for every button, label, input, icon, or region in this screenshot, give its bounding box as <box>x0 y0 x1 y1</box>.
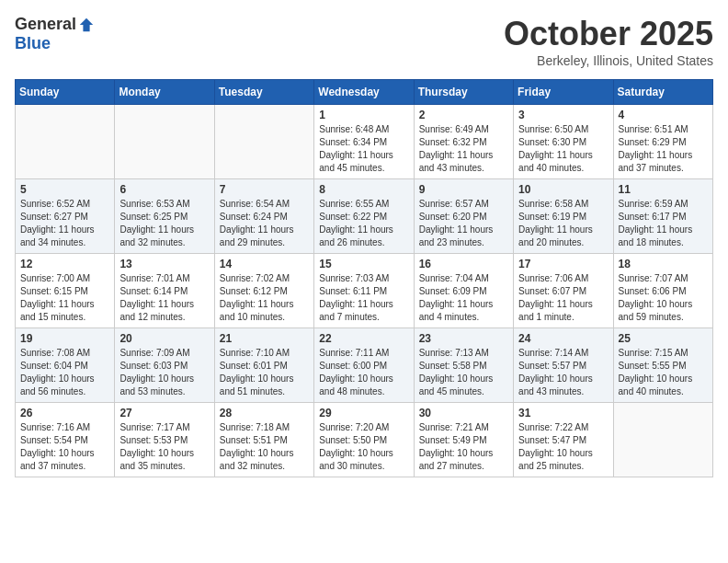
day-number: 6 <box>119 183 209 196</box>
calendar-header-thursday: Thursday <box>414 80 513 105</box>
day-number: 10 <box>518 183 608 196</box>
day-number: 25 <box>619 332 708 345</box>
calendar-cell: 23Sunrise: 7:13 AMSunset: 5:58 PMDayligh… <box>414 328 513 403</box>
day-number: 15 <box>319 258 408 270</box>
calendar-cell: 18Sunrise: 7:07 AMSunset: 6:06 PMDayligh… <box>613 254 712 328</box>
svg-marker-0 <box>80 17 93 30</box>
day-info: Sunrise: 7:08 AMSunset: 6:04 PMDaylight:… <box>20 347 109 398</box>
calendar-cell <box>214 105 313 179</box>
calendar-cell: 3Sunrise: 6:50 AMSunset: 6:30 PMDaylight… <box>514 105 613 179</box>
day-info: Sunrise: 6:59 AMSunset: 6:17 PMDaylight:… <box>619 198 708 249</box>
calendar-cell <box>613 403 712 477</box>
day-number: 11 <box>619 183 708 196</box>
calendar-header-monday: Monday <box>115 80 214 105</box>
day-number: 3 <box>518 109 608 121</box>
calendar-week-row: 5Sunrise: 6:52 AMSunset: 6:27 PMDaylight… <box>16 179 713 254</box>
day-info: Sunrise: 6:58 AMSunset: 6:19 PMDaylight:… <box>518 198 608 249</box>
calendar-cell: 15Sunrise: 7:03 AMSunset: 6:11 PMDayligh… <box>314 254 414 328</box>
day-info: Sunrise: 6:52 AMSunset: 6:27 PMDaylight:… <box>20 198 109 249</box>
day-info: Sunrise: 6:49 AMSunset: 6:32 PMDaylight:… <box>419 123 508 175</box>
day-number: 30 <box>419 407 508 419</box>
calendar-cell: 31Sunrise: 7:22 AMSunset: 5:47 PMDayligh… <box>514 403 613 477</box>
day-number: 1 <box>319 109 408 121</box>
day-number: 20 <box>119 332 209 345</box>
day-number: 9 <box>419 183 508 196</box>
day-number: 5 <box>20 183 109 196</box>
calendar-cell: 1Sunrise: 6:48 AMSunset: 6:34 PMDaylight… <box>314 105 414 179</box>
calendar-cell: 5Sunrise: 6:52 AMSunset: 6:27 PMDaylight… <box>16 179 115 254</box>
logo-blue-text: Blue <box>15 34 51 53</box>
day-number: 26 <box>20 407 109 419</box>
day-info: Sunrise: 7:15 AMSunset: 5:55 PMDaylight:… <box>619 347 708 398</box>
day-number: 13 <box>119 258 209 270</box>
calendar-cell: 9Sunrise: 6:57 AMSunset: 6:20 PMDaylight… <box>414 179 513 254</box>
calendar-cell <box>16 105 115 179</box>
day-info: Sunrise: 7:18 AMSunset: 5:51 PMDaylight:… <box>220 421 309 473</box>
calendar-cell: 28Sunrise: 7:18 AMSunset: 5:51 PMDayligh… <box>214 403 313 477</box>
calendar-week-row: 19Sunrise: 7:08 AMSunset: 6:04 PMDayligh… <box>16 328 713 403</box>
calendar-week-row: 12Sunrise: 7:00 AMSunset: 6:15 PMDayligh… <box>16 254 713 328</box>
day-info: Sunrise: 7:01 AMSunset: 6:14 PMDaylight:… <box>119 272 209 324</box>
day-info: Sunrise: 7:09 AMSunset: 6:03 PMDaylight:… <box>119 347 209 398</box>
day-info: Sunrise: 7:17 AMSunset: 5:53 PMDaylight:… <box>119 421 209 473</box>
day-number: 28 <box>220 407 309 419</box>
day-number: 4 <box>619 109 708 121</box>
calendar-header-tuesday: Tuesday <box>214 80 313 105</box>
logo-general-text: General <box>15 15 76 34</box>
day-info: Sunrise: 6:48 AMSunset: 6:34 PMDaylight:… <box>319 123 408 175</box>
calendar-header-sunday: Sunday <box>16 80 115 105</box>
calendar-cell: 12Sunrise: 7:00 AMSunset: 6:15 PMDayligh… <box>16 254 115 328</box>
day-number: 23 <box>419 332 508 345</box>
day-info: Sunrise: 7:04 AMSunset: 6:09 PMDaylight:… <box>419 272 508 324</box>
calendar-cell <box>115 105 214 179</box>
day-number: 21 <box>220 332 309 345</box>
calendar-cell: 19Sunrise: 7:08 AMSunset: 6:04 PMDayligh… <box>16 328 115 403</box>
day-number: 14 <box>220 258 309 270</box>
day-info: Sunrise: 6:50 AMSunset: 6:30 PMDaylight:… <box>518 123 608 175</box>
title-section: October 2025 Berkeley, Illinois, United … <box>504 15 713 68</box>
calendar-cell: 21Sunrise: 7:10 AMSunset: 6:01 PMDayligh… <box>214 328 313 403</box>
calendar-cell: 26Sunrise: 7:16 AMSunset: 5:54 PMDayligh… <box>16 403 115 477</box>
day-info: Sunrise: 7:07 AMSunset: 6:06 PMDaylight:… <box>619 272 708 324</box>
day-info: Sunrise: 7:22 AMSunset: 5:47 PMDaylight:… <box>518 421 608 473</box>
page-header: General Blue October 2025 Berkeley, Illi… <box>15 15 713 68</box>
day-number: 17 <box>518 258 608 270</box>
day-info: Sunrise: 7:02 AMSunset: 6:12 PMDaylight:… <box>220 272 309 324</box>
day-number: 19 <box>20 332 109 345</box>
calendar-header-saturday: Saturday <box>613 80 712 105</box>
day-info: Sunrise: 7:20 AMSunset: 5:50 PMDaylight:… <box>319 421 408 473</box>
calendar-cell: 25Sunrise: 7:15 AMSunset: 5:55 PMDayligh… <box>613 328 712 403</box>
day-number: 8 <box>319 183 408 196</box>
day-number: 27 <box>119 407 209 419</box>
day-number: 18 <box>619 258 708 270</box>
day-info: Sunrise: 7:13 AMSunset: 5:58 PMDaylight:… <box>419 347 508 398</box>
calendar-cell: 27Sunrise: 7:17 AMSunset: 5:53 PMDayligh… <box>115 403 214 477</box>
calendar-week-row: 26Sunrise: 7:16 AMSunset: 5:54 PMDayligh… <box>16 403 713 477</box>
calendar-cell: 4Sunrise: 6:51 AMSunset: 6:29 PMDaylight… <box>613 105 712 179</box>
day-info: Sunrise: 7:10 AMSunset: 6:01 PMDaylight:… <box>220 347 309 398</box>
month-title: October 2025 <box>504 15 713 53</box>
calendar-cell: 13Sunrise: 7:01 AMSunset: 6:14 PMDayligh… <box>115 254 214 328</box>
day-number: 2 <box>419 109 508 121</box>
calendar-cell: 17Sunrise: 7:06 AMSunset: 6:07 PMDayligh… <box>514 254 613 328</box>
day-info: Sunrise: 7:11 AMSunset: 6:00 PMDaylight:… <box>319 347 408 398</box>
calendar-cell: 16Sunrise: 7:04 AMSunset: 6:09 PMDayligh… <box>414 254 513 328</box>
day-info: Sunrise: 7:14 AMSunset: 5:57 PMDaylight:… <box>518 347 608 398</box>
day-number: 16 <box>419 258 508 270</box>
calendar-cell: 2Sunrise: 6:49 AMSunset: 6:32 PMDaylight… <box>414 105 513 179</box>
day-number: 12 <box>20 258 109 270</box>
calendar-cell: 6Sunrise: 6:53 AMSunset: 6:25 PMDaylight… <box>115 179 214 254</box>
calendar-header-friday: Friday <box>514 80 613 105</box>
calendar-cell: 29Sunrise: 7:20 AMSunset: 5:50 PMDayligh… <box>314 403 414 477</box>
day-info: Sunrise: 7:06 AMSunset: 6:07 PMDaylight:… <box>518 272 608 324</box>
logo: General Blue <box>15 15 95 53</box>
calendar-cell: 20Sunrise: 7:09 AMSunset: 6:03 PMDayligh… <box>115 328 214 403</box>
calendar-table: SundayMondayTuesdayWednesdayThursdayFrid… <box>15 79 713 477</box>
day-number: 22 <box>319 332 408 345</box>
calendar-cell: 24Sunrise: 7:14 AMSunset: 5:57 PMDayligh… <box>514 328 613 403</box>
day-number: 31 <box>518 407 608 419</box>
calendar-cell: 22Sunrise: 7:11 AMSunset: 6:00 PMDayligh… <box>314 328 414 403</box>
calendar-header-wednesday: Wednesday <box>314 80 414 105</box>
calendar-cell: 30Sunrise: 7:21 AMSunset: 5:49 PMDayligh… <box>414 403 513 477</box>
day-number: 29 <box>319 407 408 419</box>
